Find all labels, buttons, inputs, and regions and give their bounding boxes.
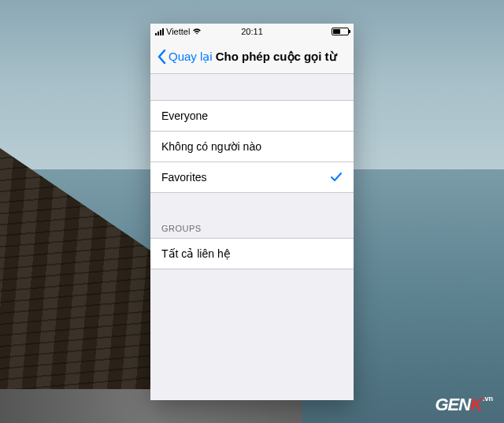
- watermark-logo: GENK.vn: [435, 395, 493, 415]
- option-label: Everyone: [161, 109, 208, 122]
- status-bar: Viettel 20:11: [150, 24, 354, 39]
- nav-bar: Quay lại Cho phép cuộc gọi từ: [150, 39, 354, 74]
- option-everyone[interactable]: Everyone: [150, 100, 354, 132]
- chevron-left-icon: [157, 49, 166, 65]
- status-right: [332, 28, 349, 35]
- option-label: Không có người nào: [161, 140, 261, 153]
- watermark-vn: .vn: [483, 395, 493, 403]
- settings-content: Everyone Không có người nào Favorites GR…: [150, 74, 354, 269]
- signal-icon: [155, 28, 164, 35]
- options-list: Everyone Không có người nào Favorites: [150, 100, 354, 193]
- carrier-label: Viettel: [166, 27, 190, 36]
- option-no-one[interactable]: Không có người nào: [150, 132, 354, 162]
- checkmark-icon: [330, 171, 343, 184]
- group-label: Tất cả liên hệ: [161, 247, 231, 260]
- groups-header: GROUPS: [150, 219, 354, 238]
- group-all-contacts[interactable]: Tất cả liên hệ: [150, 238, 354, 269]
- battery-icon: [332, 28, 349, 35]
- status-time: 20:11: [241, 27, 263, 36]
- watermark-gen: GEN: [435, 395, 470, 414]
- back-button[interactable]: Quay lại: [157, 49, 213, 65]
- phone-screen: Viettel 20:11 Quay lại Cho phép cuộc gọi…: [150, 24, 354, 400]
- option-favorites[interactable]: Favorites: [150, 162, 354, 193]
- option-label: Favorites: [161, 171, 207, 184]
- back-label: Quay lại: [169, 50, 213, 64]
- wifi-icon: [192, 28, 202, 35]
- groups-list: Tất cả liên hệ: [150, 238, 354, 269]
- status-left: Viettel: [155, 27, 202, 36]
- page-title: Cho phép cuộc gọi từ: [216, 50, 337, 64]
- watermark-k: K: [470, 395, 482, 414]
